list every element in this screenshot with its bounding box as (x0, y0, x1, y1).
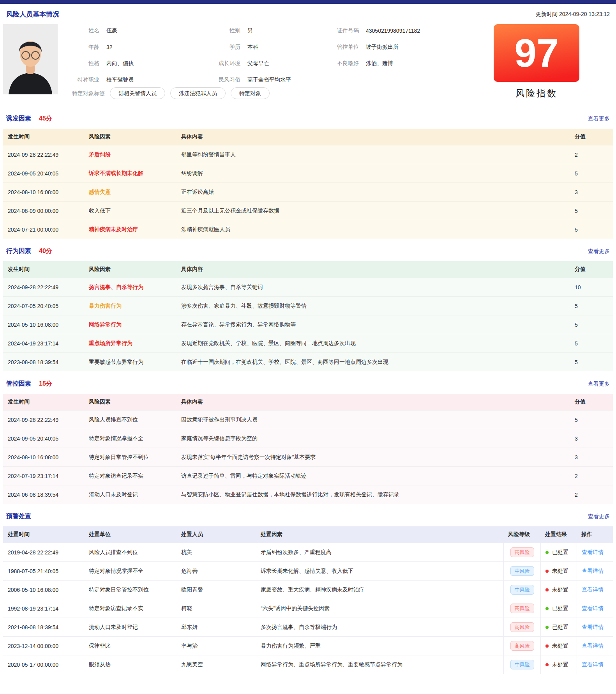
page-title: 风险人员基本情况 (6, 10, 59, 19)
view-more-link[interactable]: 查看更多 (588, 248, 610, 255)
view-more-link[interactable]: 查看更多 (588, 115, 610, 122)
update-time-label: 更新时间 (536, 11, 558, 17)
risk-index-box: 97 风险指数 (494, 24, 579, 99)
table-row: 1992-08-19 23:17:14特定对象访查记录不实柯晓“六失”诱因中的关… (3, 599, 613, 618)
cell-content: 正在诉讼离婚 (177, 189, 570, 196)
special-object-tag[interactable]: 涉违法犯罪人员 (170, 87, 226, 99)
cell-score: 5 (570, 417, 613, 423)
cell-content: 与智慧安防小区、物业登记居住数据，本地社保数据进行比对，发现有相关登记、缴存记录 (177, 491, 570, 498)
column-header: 发生时间 (3, 398, 84, 405)
factor-table-body: 2024-09-28 22:22:49扬言滋事、自杀等行为发现多次扬言滋事、自杀… (3, 278, 613, 371)
cell-score: 3 (570, 454, 613, 460)
table-row: 2024-09-05 20:40:05诉求不满或长期未化解纠纷调解5 (3, 164, 613, 182)
profile-field-value: 校车驾驶员 (99, 76, 194, 83)
cell-action: 查看详情 (577, 618, 613, 636)
cell-risk-level: 高风险 (503, 543, 540, 561)
cell-action: 查看详情 (577, 543, 613, 561)
cell-score: 2 (570, 152, 613, 158)
result-status-text: 未处置 (552, 586, 568, 593)
table-row: 2024-04-19 23:17:14重点场所异常行为发现近期在党政机关、学校、… (3, 334, 613, 352)
profile-field-label: 姓名 (58, 27, 99, 34)
table-row: 2024-09-28 22:22:49扬言滋事、自杀等行为发现多次扬言滋事、自杀… (3, 278, 613, 296)
cell-unit: 保律非比 (84, 643, 177, 650)
cell-content: 发现多次扬言滋事、自杀等关键词 (177, 284, 570, 291)
cell-score: 3 (570, 189, 613, 195)
cell-score: 3 (570, 436, 613, 442)
column-header: 处置人员 (177, 531, 256, 538)
column-header: 具体内容 (177, 133, 570, 140)
update-time-value: 2024-09-20 13:23:12 (559, 11, 610, 17)
cell-risk-factor: 重点场所异常行为 (84, 340, 177, 347)
cell-person: 危海善 (177, 568, 256, 575)
cell-factor: 矛盾纠纷次数多、严重程度高 (256, 549, 503, 556)
cell-score: 5 (570, 208, 613, 214)
alert-table: 处置时间处置单位处置人员处置因素风险等级处置结果操作2019-04-28 22:… (3, 526, 613, 674)
table-row: 2024-06-08 18:39:54流动人口未及时登记与智慧安防小区、物业登记… (3, 485, 613, 504)
table-row: 2020-05-17 00:00:00眼须从热九思美空网络异常行为、重点场所异常… (3, 655, 613, 674)
special-object-tag[interactable]: 特定对象 (231, 87, 270, 99)
cell-time: 2024-08-10 16:08:00 (3, 454, 84, 460)
alert-table-body: 2019-04-28 22:22:49风险人员排查不到位杭美矛盾纠纷次数多、严重… (3, 543, 613, 674)
view-more-link[interactable]: 查看更多 (588, 513, 610, 520)
cell-risk-factor: 特定对象日常管控不到位 (84, 454, 177, 461)
profile-photo (3, 24, 58, 94)
section-title: 预警处置 (6, 512, 31, 520)
profile-field-label: 民风习俗 (194, 76, 240, 83)
cell-time: 2019-04-28 22:22:49 (3, 549, 84, 556)
column-header: 操作 (577, 531, 613, 538)
page-header: 风险人员基本情况 更新时间2024-09-20 13:23:12 (3, 4, 613, 20)
cell-action: 查看详情 (577, 581, 613, 599)
cell-risk-factor: 重要敏感节点异常行为 (84, 359, 177, 366)
table-row: 2024-07-19 23:17:14特定对象访查记录不实访查记录过于简单、雷同… (3, 466, 613, 485)
cell-person: 杭美 (177, 549, 256, 556)
cell-result: 已处置 (540, 543, 577, 561)
cell-content: 因故意犯罪被作出刑事判决人员 (177, 416, 570, 423)
profile-field-label: 证件号码 (312, 27, 359, 34)
section-score: 15分 (39, 380, 52, 388)
cell-unit: 流动人口未及时登记 (84, 624, 177, 631)
view-detail-link[interactable]: 查看详情 (582, 568, 604, 575)
alert-table-header: 处置时间处置单位处置人员处置因素风险等级处置结果操作 (3, 526, 613, 543)
cell-score: 2 (570, 492, 613, 498)
factor-table: 发生时间风险因素具体内容分值2024-09-28 22:22:49矛盾纠纷邻里等… (3, 129, 613, 239)
cell-time: 2021-08-08 18:39:54 (3, 624, 84, 630)
section-header: 管控因素15分查看更多 (6, 380, 610, 388)
column-header: 处置结果 (540, 531, 577, 538)
cell-factor: 暴力伤害行为频繁、严重 (256, 643, 503, 650)
result-status-dot (545, 607, 549, 610)
view-detail-link[interactable]: 查看详情 (582, 624, 604, 631)
cell-content: 涉多次伤害、家庭暴力、斗殴、故意损毁财物等警情 (177, 303, 570, 310)
view-detail-link[interactable]: 查看详情 (582, 586, 604, 593)
cell-factor: 诉求长期未化解、感情失意、收入低下 (256, 568, 503, 575)
special-object-tag[interactable]: 涉相关警情人员 (110, 87, 165, 99)
cell-score: 5 (570, 359, 613, 365)
result-status-dot (545, 626, 549, 629)
column-header: 分值 (570, 266, 613, 273)
profile-field-label: 学历 (194, 44, 240, 51)
cell-action: 查看详情 (577, 655, 613, 674)
view-detail-link[interactable]: 查看详情 (582, 643, 604, 650)
table-row: 2024-08-09 00:00:00收入低下近三个月及以上无公积金或社保缴存数… (3, 201, 613, 220)
result-status-dot (545, 551, 549, 554)
table-row: 2006-05-10 16:08:00特定对象日常管控不到位欧阳青馨家庭变故、重… (3, 580, 613, 599)
cell-time: 2024-04-19 23:17:14 (3, 340, 84, 347)
cell-risk-level: 高风险 (503, 599, 540, 618)
section-score: 45分 (39, 115, 52, 123)
view-more-link[interactable]: 查看更多 (588, 381, 610, 388)
cell-factor: “六失”诱因中的关键失控因素 (256, 605, 503, 612)
view-detail-link[interactable]: 查看详情 (582, 549, 604, 556)
cell-time: 2006-05-10 16:08:00 (3, 587, 84, 593)
column-header: 具体内容 (177, 266, 570, 273)
cell-result: 未处置 (540, 637, 577, 655)
factor-table: 发生时间风险因素具体内容分值2024-09-28 22:22:49风险人员排查不… (3, 394, 613, 504)
result-status-dot (545, 644, 549, 648)
cell-risk-factor: 矛盾纠纷 (84, 151, 177, 158)
cell-time: 2024-09-28 22:22:49 (3, 417, 84, 423)
view-detail-link[interactable]: 查看详情 (582, 605, 604, 612)
cell-time: 2024-07-05 20:40:05 (3, 303, 84, 309)
view-detail-link[interactable]: 查看详情 (582, 661, 604, 668)
column-header: 具体内容 (177, 398, 570, 405)
cell-time: 2020-05-17 00:00:00 (3, 662, 84, 668)
cell-unit: 特定对象情况掌握不全 (84, 568, 177, 575)
result-status-dot (545, 588, 549, 591)
